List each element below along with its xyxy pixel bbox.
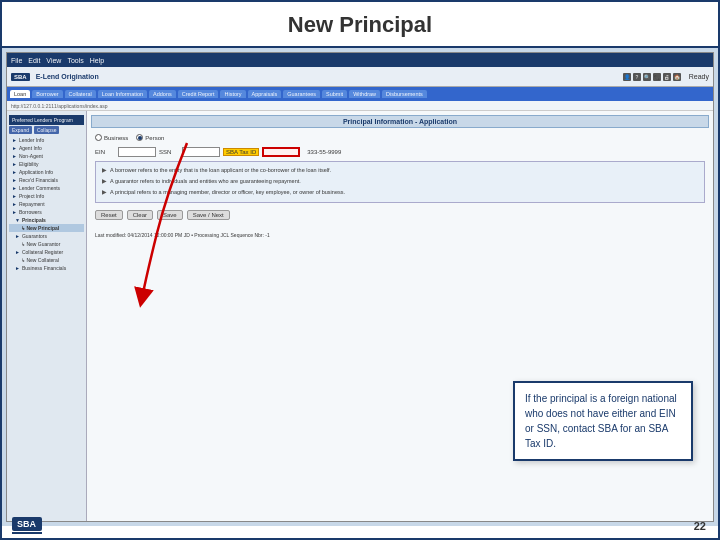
menu-edit[interactable]: Edit — [28, 57, 40, 64]
sidebar-item-project-info[interactable]: ►Project Info — [9, 192, 84, 200]
page-number: 22 — [694, 520, 706, 532]
sidebar-item-non-agent[interactable]: ►Non-Agent — [9, 152, 84, 160]
radio-business-dot[interactable] — [95, 134, 102, 141]
home-icon[interactable]: 🏠 — [673, 73, 681, 81]
tab-loan[interactable]: Loan — [10, 90, 30, 98]
status-area: Last modified: 04/12/2014 12:00:00 PM JD… — [91, 223, 709, 241]
app-screenshot: File Edit View Tools Help SBA E-Lend Ori… — [2, 48, 718, 526]
app-title: E-Lend Origination — [36, 73, 99, 80]
label-ssn: SSN — [159, 149, 179, 155]
callout-box: If the principal is a foreign national w… — [513, 381, 693, 461]
sidebar: Preferred Lenders Program Expand Collaps… — [7, 111, 87, 521]
save-next-button[interactable]: Save / Next — [187, 210, 230, 220]
main-content: File Edit View Tools Help SBA E-Lend Ori… — [2, 48, 718, 526]
action-bar: Reset Clear Save Save / Next — [91, 207, 709, 223]
sidebar-item-lender-info[interactable]: ►Lender Info — [9, 136, 84, 144]
title-bar: New Principal — [2, 2, 718, 48]
app-navtabs: Loan Borrower Collateral Loan Informatio… — [7, 87, 713, 101]
search-icon[interactable]: 🔍 — [643, 73, 651, 81]
sidebar-item-new-collateral[interactable]: ↳ New Collateral — [9, 256, 84, 264]
sba-header: SBA E-Lend Origination 👤 ? 🔍 📞 🖨 🏠 Ready — [7, 67, 713, 87]
tab-loan-info[interactable]: Loan Information — [98, 90, 147, 98]
tab-disbursements[interactable]: Disbursements — [382, 90, 427, 98]
sidebar-item-eligibility[interactable]: ►Eligibility — [9, 160, 84, 168]
sidebar-item-app-info[interactable]: ►Application Info — [9, 168, 84, 176]
help-icon[interactable]: ? — [633, 73, 641, 81]
sidebar-section-label: Preferred Lenders Program — [12, 117, 73, 123]
tab-credit[interactable]: Credit Report — [178, 90, 219, 98]
tab-withdraw[interactable]: Withdraw — [349, 90, 380, 98]
tab-addons[interactable]: Addons — [149, 90, 176, 98]
radio-person-dot[interactable] — [136, 134, 143, 141]
expand-btn[interactable]: Expand — [9, 126, 32, 134]
bullet-1: ▶ A borrower refers to the entity that i… — [102, 166, 698, 175]
menu-view[interactable]: View — [46, 57, 61, 64]
callout-text: If the principal is a foreign national w… — [525, 393, 677, 449]
bottom-sba-logo-text: SBA — [12, 517, 42, 531]
breadcrumb-bar: http://127.0.0.1:2111/applications/index… — [7, 101, 713, 111]
sidebar-item-business-financials[interactable]: ►Business Financials — [9, 264, 84, 272]
ready-status: Ready — [689, 73, 709, 80]
reset-button[interactable]: Reset — [95, 210, 123, 220]
sidebar-item-recv-financials[interactable]: ►Recv'd Financials — [9, 176, 84, 184]
sidebar-item-repayment[interactable]: ►Repayment — [9, 200, 84, 208]
info-bullets: ▶ A borrower refers to the entity that i… — [95, 161, 705, 203]
sidebar-item-guarantors[interactable]: ►Guarantors — [9, 232, 84, 240]
nav-icons: 👤 ? 🔍 📞 🖨 🏠 — [623, 73, 681, 81]
input-ein[interactable] — [118, 147, 156, 157]
slide-title: New Principal — [288, 12, 432, 37]
tab-submit[interactable]: Submit — [322, 90, 347, 98]
bullet-2: ▶ A guarantor refers to individuals and … — [102, 177, 698, 186]
save-button[interactable]: Save — [157, 210, 183, 220]
radio-person[interactable]: Person — [136, 134, 164, 141]
tab-history[interactable]: History — [220, 90, 245, 98]
label-ein: EIN — [95, 149, 115, 155]
label-sba-tax-id: SBA Tax ID — [223, 148, 259, 156]
bottom-sba-line — [12, 532, 42, 534]
sidebar-item-new-guarantor[interactable]: ↳ New Guarantor — [9, 240, 84, 248]
tab-borrower[interactable]: Borrower — [32, 90, 62, 98]
tab-guarantees[interactable]: Guarantees — [283, 90, 320, 98]
menu-file[interactable]: File — [11, 57, 22, 64]
bullet-3: ▶ A principal refers to a managing membe… — [102, 188, 698, 197]
form-row-ids: EIN SSN SBA Tax ID 333-55-9999 — [91, 147, 709, 157]
input-ssn[interactable] — [182, 147, 220, 157]
input-sba-tax-id[interactable] — [262, 147, 300, 157]
tab-appraisals[interactable]: Appraisals — [248, 90, 282, 98]
collapse-btn[interactable]: Collapse — [34, 126, 59, 134]
app-window: File Edit View Tools Help SBA E-Lend Ori… — [6, 52, 714, 522]
status-text: Last modified: 04/12/2014 12:00:00 PM JD… — [95, 232, 270, 238]
menu-tools[interactable]: Tools — [67, 57, 83, 64]
phone-icon[interactable]: 📞 — [653, 73, 661, 81]
sba-logo: SBA — [11, 73, 30, 81]
print-icon[interactable]: 🖨 — [663, 73, 671, 81]
type-toggle: Business Person — [91, 132, 709, 143]
menu-help[interactable]: Help — [90, 57, 104, 64]
sidebar-section-plp: Preferred Lenders Program — [9, 115, 84, 125]
ssn-value-display: 333-55-9999 — [307, 149, 341, 155]
sidebar-item-new-principal[interactable]: ↳ New Principal — [9, 224, 84, 232]
sidebar-item-agent-info[interactable]: ►Agent Info — [9, 144, 84, 152]
slide-container: New Principal File Edit View Tools Help … — [0, 0, 720, 540]
panel-title: Principal Information - Application — [91, 115, 709, 128]
breadcrumb: http://127.0.0.1:2111/applications/index… — [11, 103, 107, 109]
sidebar-item-borrowers[interactable]: ►Borrowers — [9, 208, 84, 216]
user-icon[interactable]: 👤 — [623, 73, 631, 81]
tab-collateral[interactable]: Collateral — [65, 90, 96, 98]
sidebar-item-lender-comments[interactable]: ►Lender Comments — [9, 184, 84, 192]
app-menubar: File Edit View Tools Help — [7, 53, 713, 67]
clear-button[interactable]: Clear — [127, 210, 153, 220]
sidebar-item-principals[interactable]: ▼Principals — [9, 216, 84, 224]
sidebar-item-collateral-register[interactable]: ►Collateral Register — [9, 248, 84, 256]
radio-business[interactable]: Business — [95, 134, 128, 141]
bottom-sba: SBA — [12, 517, 42, 534]
